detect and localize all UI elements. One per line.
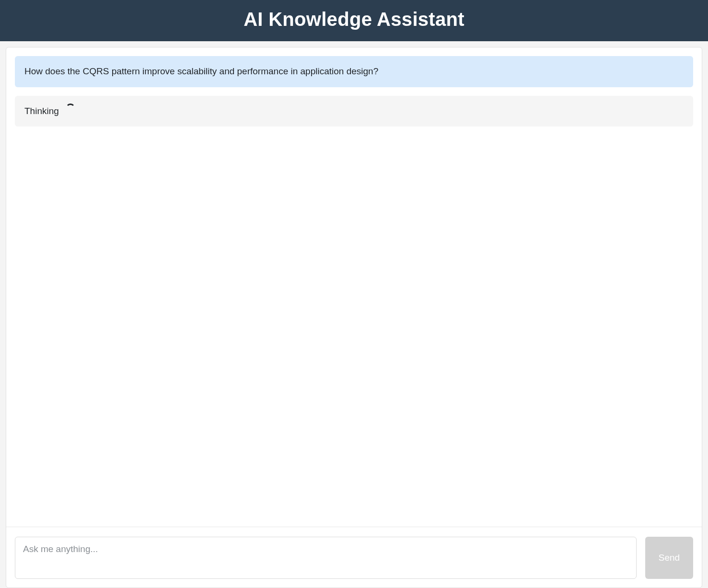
user-message-text: How does the CQRS pattern improve scalab… [24,66,378,76]
composer: Send [6,527,702,588]
send-button[interactable]: Send [645,537,693,579]
assistant-message: Thinking [15,96,693,127]
app-title: AI Knowledge Assistant [0,9,708,30]
user-message: How does the CQRS pattern improve scalab… [15,56,693,87]
message-input[interactable] [15,537,637,579]
loading-spinner-icon [66,104,75,113]
message-list: How does the CQRS pattern improve scalab… [6,47,702,527]
app-header: AI Knowledge Assistant [0,0,708,41]
assistant-message-text: Thinking [24,104,59,118]
chat-panel: How does the CQRS pattern improve scalab… [6,47,702,588]
